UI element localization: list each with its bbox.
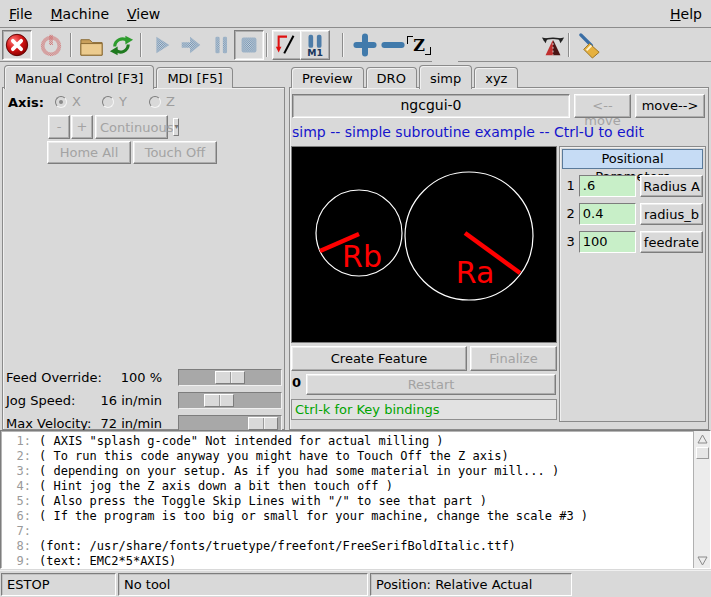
positional-parameters-panel: Positional Parameters 1 .6 Radius A 2 0.… — [559, 146, 706, 422]
tab-simp[interactable]: simp — [419, 65, 472, 89]
toolbar-separator — [342, 33, 344, 57]
max-velocity-value: 72 in/min — [101, 416, 162, 431]
gcode-line-number: 7: — [1, 524, 31, 539]
tab-xyz[interactable]: xyz — [474, 67, 518, 88]
tab-mdi[interactable]: MDI [F5] — [156, 67, 233, 88]
tab-manual-control[interactable]: Manual Control [F3] — [4, 65, 154, 89]
axis-radio-y[interactable]: Y — [102, 94, 127, 109]
label-ra: Ra — [456, 255, 495, 290]
move-left-button[interactable]: <--move — [574, 94, 631, 118]
gcode-line-number: 8: — [1, 539, 31, 554]
view-z-button[interactable]: Z — [406, 30, 432, 60]
run-icon — [148, 32, 174, 58]
estop-button[interactable] — [2, 30, 32, 60]
stop-icon — [236, 32, 262, 58]
gcode-line-text: ( To run this code anyway you might have… — [31, 449, 509, 464]
gcode-line: 7: — [1, 524, 693, 539]
tab-preview[interactable]: Preview — [291, 67, 364, 88]
scroll-down-icon[interactable] — [695, 553, 710, 568]
param-input-radius-a[interactable]: .6 — [579, 175, 636, 197]
restart-button[interactable]: Restart — [306, 374, 556, 395]
param-input-radius-b[interactable]: 0.4 — [579, 203, 636, 225]
parameters-header: Positional Parameters — [562, 149, 703, 169]
radio-dot — [55, 96, 67, 108]
scroll-up-icon[interactable] — [695, 431, 710, 446]
step-button[interactable] — [176, 30, 206, 60]
status-tool: No tool — [118, 573, 368, 596]
toolbar-separator — [140, 33, 142, 57]
skip-lines-icon — [274, 32, 300, 58]
pause-button[interactable] — [206, 30, 236, 60]
gcode-line: 4:( Hint jog the Z axis down a bit then … — [1, 479, 693, 494]
axis-window: File Machine View Help — [0, 0, 711, 597]
axis-x-label: X — [72, 94, 81, 109]
run-button[interactable] — [146, 30, 176, 60]
tab-dro[interactable]: DRO — [366, 67, 417, 88]
gcode-line-text: ( Hint jog the Z axis down a bit then to… — [31, 479, 393, 494]
toolbar: M1 Z N X Y P — [0, 29, 711, 62]
stop-button[interactable] — [234, 30, 264, 60]
max-velocity-label: Max Velocity: — [6, 416, 91, 431]
feed-override-slider[interactable] — [178, 369, 282, 386]
jog-speed-slider[interactable] — [178, 392, 282, 409]
gcode-line-text: (font: /usr/share/fonts/truetype/freefon… — [31, 539, 516, 554]
svg-text:M1: M1 — [307, 47, 323, 58]
param-name-label: radius_b — [640, 203, 703, 225]
clear-plot-button[interactable] — [574, 30, 604, 60]
gcode-line: 9:(text: EMC2*5*AXIS) — [1, 554, 693, 569]
machine-power-icon — [38, 32, 64, 58]
slider-handle[interactable] — [248, 417, 278, 430]
ngcgui-tab-title[interactable]: ngcgui-0 — [292, 94, 570, 118]
move-right-button[interactable]: move--> — [635, 94, 705, 118]
rotate-cone-icon — [540, 32, 566, 58]
toolbar-separator — [70, 33, 72, 57]
menu-file[interactable]: File — [0, 2, 41, 26]
create-feature-button[interactable]: Create Feature — [291, 346, 467, 371]
gcode-line: 3:( depending on your setup. As if you h… — [1, 464, 693, 479]
gcode-line-text: ( Also press the Toggle Skip Lines with … — [31, 494, 487, 509]
label-rb: Rb — [342, 239, 382, 274]
menu-help[interactable]: Help — [661, 2, 711, 26]
gcode-line-number: 5: — [1, 494, 31, 509]
finalize-button[interactable]: Finalize — [470, 346, 557, 371]
jog-minus-button[interactable]: - — [48, 115, 70, 139]
jog-speed-value: 16 in/min — [101, 393, 162, 408]
rotate-view-button[interactable] — [538, 30, 568, 60]
toggle-skip-lines-button[interactable] — [272, 30, 302, 60]
touch-off-button[interactable]: Touch Off — [133, 141, 217, 164]
axis-radio-x[interactable]: X — [55, 94, 81, 109]
axis-z-label: Z — [166, 94, 175, 109]
home-all-button[interactable]: Home All — [47, 141, 131, 164]
slider-handle[interactable] — [204, 394, 234, 407]
open-file-button[interactable] — [76, 30, 106, 60]
toolbar-separator — [266, 33, 268, 57]
jog-plus-button[interactable]: + — [71, 115, 93, 139]
reload-file-button[interactable] — [106, 30, 136, 60]
axis-radio-z[interactable]: Z — [149, 94, 175, 109]
jog-mode-select[interactable]: Continuous ▾ — [95, 115, 168, 139]
slider-handle[interactable] — [215, 371, 245, 384]
zoom-in-icon — [353, 33, 377, 57]
zoom-out-button[interactable] — [378, 30, 408, 60]
param-index: 1 — [562, 178, 577, 193]
statusbar: ESTOP No tool Position: Relative Actual — [0, 570, 711, 597]
left-tabs: Manual Control [F3] MDI [F5] — [4, 64, 235, 88]
step-icon — [178, 32, 204, 58]
jog-speed-label: Jog Speed: — [6, 393, 75, 408]
optional-stop-m1-icon: M1 — [302, 32, 328, 58]
gcode-scrollbar[interactable] — [693, 431, 710, 568]
menu-view[interactable]: View — [118, 2, 169, 26]
radio-dot — [102, 96, 114, 108]
feed-override-value: 100 % — [121, 370, 162, 385]
gcode-text-area[interactable]: 1:( AXIS "splash g-code" Not intended fo… — [0, 430, 711, 569]
machine-power-button[interactable] — [36, 30, 66, 60]
gcode-line-text: ( If the program is too big or small for… — [31, 509, 588, 524]
broom-icon — [576, 32, 603, 59]
open-folder-icon — [78, 32, 105, 59]
feed-override-label: Feed Override: — [6, 370, 102, 385]
zoom-in-button[interactable] — [350, 30, 380, 60]
optional-stop-m1-button[interactable]: M1 — [300, 30, 330, 60]
param-input-feedrate[interactable]: 100 — [579, 231, 636, 253]
menu-machine[interactable]: Machine — [41, 2, 118, 26]
scrollbar-thumb[interactable] — [696, 447, 709, 459]
